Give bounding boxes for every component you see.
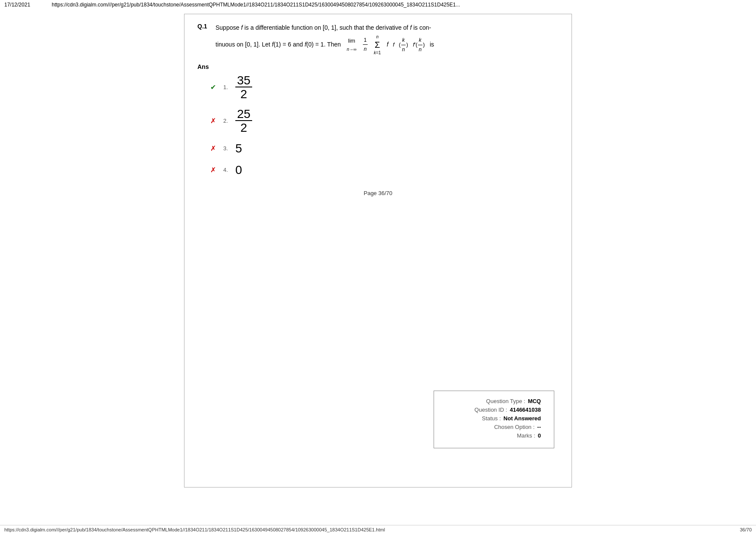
date-label: 17/12/2021 bbox=[4, 2, 43, 8]
option-num-1: 1. bbox=[223, 84, 231, 90]
chosen-label: Chosen Option : bbox=[494, 424, 534, 430]
option-num-4: 4. bbox=[223, 167, 231, 173]
info-row-type: Question Type : MCQ bbox=[447, 398, 541, 404]
fraction-35-2: 35 2 bbox=[235, 75, 252, 100]
status-label: Status : bbox=[482, 415, 501, 422]
question-type-value: MCQ bbox=[528, 398, 541, 404]
question-number: Q.1 bbox=[197, 23, 211, 56]
correct-icon: ✔ bbox=[210, 83, 219, 91]
k-over-n: k n bbox=[401, 36, 406, 54]
page-footer: Page 36/70 bbox=[197, 190, 559, 196]
question-block: Q.1 Suppose f is a differentiable functi… bbox=[197, 23, 559, 56]
option-2: ✗ 2. 25 2 bbox=[210, 108, 559, 134]
bottom-url: https://cdn3.digialm.com///per/g21/pub/1… bbox=[4, 527, 385, 532]
question-text: Suppose f is a differentiable function o… bbox=[216, 23, 434, 56]
option-1: ✔ 1. 35 2 bbox=[210, 75, 559, 100]
page-text: Page 36/70 bbox=[364, 190, 393, 196]
f-arg: f ( k n ) bbox=[393, 41, 409, 48]
content-box: Q.1 Suppose f is a differentiable functi… bbox=[184, 14, 572, 487]
question-id-value: 4146641038 bbox=[510, 407, 541, 413]
url-bar: https://cdn3.digialm.com///per/g21/pub/1… bbox=[52, 2, 460, 8]
wrong-icon-2: ✗ bbox=[210, 117, 219, 125]
option-num-3: 3. bbox=[223, 145, 231, 152]
options-list: ✔ 1. 35 2 ✗ 2. 25 2 ✗ 3. 5 bbox=[210, 75, 559, 177]
wrong-icon-3: ✗ bbox=[210, 144, 219, 152]
f-prime-arg: f′( k n ) bbox=[413, 41, 426, 48]
fraction-25-2: 25 2 bbox=[235, 108, 252, 134]
info-row-marks: Marks : 0 bbox=[447, 432, 541, 439]
question-id-label: Question ID : bbox=[475, 407, 507, 413]
one-over-n: 1 n bbox=[363, 36, 368, 54]
bottom-bar: https://cdn3.digialm.com///per/g21/pub/1… bbox=[0, 525, 756, 534]
info-box: Question Type : MCQ Question ID : 414664… bbox=[434, 391, 554, 448]
question-type-label: Question Type : bbox=[486, 398, 525, 404]
wrong-icon-4: ✗ bbox=[210, 166, 219, 174]
summation: n Σ k=1 bbox=[374, 33, 381, 56]
value-5: 5 bbox=[235, 142, 242, 155]
status-value: Not Answered bbox=[503, 415, 541, 422]
denominator-1: 2 bbox=[239, 87, 249, 100]
numerator-1: 35 bbox=[235, 75, 252, 87]
info-row-status: Status : Not Answered bbox=[447, 415, 541, 422]
marks-label: Marks : bbox=[517, 432, 535, 439]
value-0: 0 bbox=[235, 163, 242, 177]
chosen-value: -- bbox=[537, 424, 541, 430]
denominator-2: 2 bbox=[239, 121, 249, 134]
bottom-page: 36/70 bbox=[740, 527, 752, 532]
k-over-n-2: k n bbox=[418, 36, 423, 54]
option-4: ✗ 4. 0 bbox=[210, 163, 559, 177]
option-3: ✗ 3. 5 bbox=[210, 142, 559, 155]
info-row-id: Question ID : 4146641038 bbox=[447, 407, 541, 413]
info-row-chosen: Chosen Option : -- bbox=[447, 424, 541, 430]
marks-value: 0 bbox=[538, 432, 541, 439]
limit-operator: lim n→∞ bbox=[347, 36, 357, 53]
browser-bar: 17/12/2021 https://cdn3.digialm.com///pe… bbox=[0, 0, 756, 9]
option-num-2: 2. bbox=[223, 118, 231, 124]
page-wrapper: Q.1 Suppose f is a differentiable functi… bbox=[0, 9, 756, 492]
numerator-2: 25 bbox=[235, 108, 252, 121]
answer-label: Ans bbox=[197, 63, 559, 70]
